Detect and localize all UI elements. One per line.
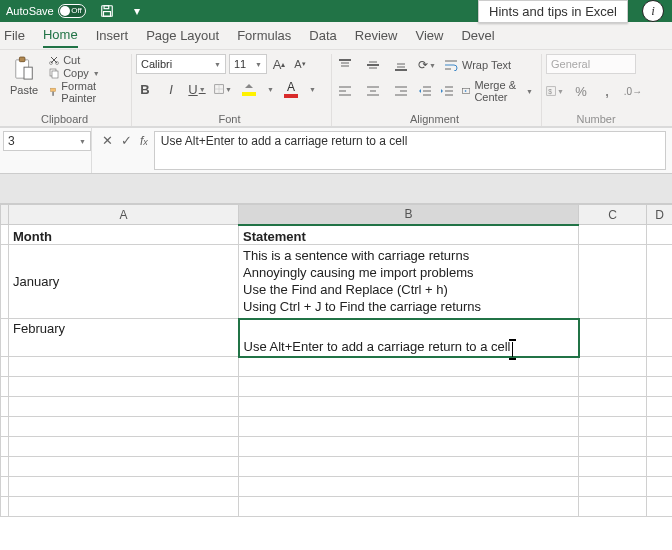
tab-formulas[interactable]: Formulas xyxy=(237,24,291,47)
cell-B3-editing[interactable]: Use Alt+Enter to add a carriage return t… xyxy=(239,319,579,357)
col-header-A[interactable]: A xyxy=(9,205,239,225)
svg-rect-5 xyxy=(24,67,32,79)
paste-button[interactable]: Paste xyxy=(6,54,42,98)
col-header-D[interactable]: D xyxy=(647,205,673,225)
autosave-toggle[interactable]: AutoSave Off xyxy=(6,4,86,18)
col-header-C[interactable]: C xyxy=(579,205,647,225)
tab-data[interactable]: Data xyxy=(309,24,336,47)
svg-rect-1 xyxy=(104,6,109,9)
group-label-alignment: Alignment xyxy=(336,111,533,126)
cell-C1[interactable] xyxy=(579,225,647,245)
name-box[interactable]: 3▼ xyxy=(3,131,91,151)
tab-file[interactable]: File xyxy=(4,24,25,47)
increase-decimal-icon[interactable]: .0→ xyxy=(624,82,642,100)
paste-label: Paste xyxy=(10,84,38,96)
number-format-combo[interactable]: General xyxy=(546,54,636,74)
svg-rect-2 xyxy=(103,12,110,17)
align-bottom-icon[interactable] xyxy=(392,56,410,74)
tab-developer[interactable]: Devel xyxy=(461,24,494,47)
tab-home[interactable]: Home xyxy=(43,23,78,48)
fill-color-button[interactable] xyxy=(240,80,258,98)
tab-view[interactable]: View xyxy=(415,24,443,47)
accounting-format-icon[interactable]: $▼ xyxy=(546,82,564,100)
cut-button[interactable]: Cut xyxy=(48,54,123,66)
select-all-corner[interactable] xyxy=(1,205,9,225)
borders-button[interactable]: ▼ xyxy=(214,80,232,98)
text-cursor-icon xyxy=(512,342,513,357)
col-header-B[interactable]: B xyxy=(239,205,579,225)
align-right-icon[interactable] xyxy=(392,82,410,100)
underline-button[interactable]: U▼ xyxy=(188,80,206,98)
percent-format-icon[interactable]: % xyxy=(572,82,590,100)
svg-text:$: $ xyxy=(548,88,552,95)
spacer xyxy=(0,174,672,204)
align-center-icon[interactable] xyxy=(364,82,382,100)
title-bar: AutoSave Off ▾ Hints and tips in Excel i xyxy=(0,0,672,22)
orientation-icon[interactable]: ⟳▼ xyxy=(418,56,436,74)
cell-B2[interactable]: This is a sentence with carriage returns… xyxy=(239,245,579,319)
italic-button[interactable]: I xyxy=(162,80,180,98)
ribbon-tabs: File Home Insert Page Layout Formulas Da… xyxy=(0,22,672,50)
formula-bar-row: 3▼ ✕ ✓ fx Use Alt+Enter to add a carriag… xyxy=(0,128,672,174)
tab-review[interactable]: Review xyxy=(355,24,398,47)
fx-icon[interactable]: fx xyxy=(140,134,148,148)
formula-cancel-icon[interactable]: ✕ xyxy=(102,133,113,148)
tab-page-layout[interactable]: Page Layout xyxy=(146,24,219,47)
cell-A3[interactable]: February xyxy=(9,319,239,357)
increase-font-icon[interactable]: A▴ xyxy=(270,55,288,73)
format-painter-button[interactable]: Format Painter xyxy=(48,80,123,104)
ribbon: Paste Cut Copy▼ Format Painter Clipboard… xyxy=(0,50,672,128)
align-middle-icon[interactable] xyxy=(364,56,382,74)
font-size-combo[interactable]: 11▼ xyxy=(229,54,267,74)
comma-format-icon[interactable]: , xyxy=(598,82,616,100)
font-color-button[interactable]: A xyxy=(282,80,300,98)
svg-rect-10 xyxy=(51,88,56,91)
formula-enter-icon[interactable]: ✓ xyxy=(121,133,132,148)
cell-A2[interactable]: January xyxy=(9,245,239,319)
merge-center-button[interactable]: Merge & Center▼ xyxy=(462,79,533,103)
group-label-clipboard: Clipboard xyxy=(6,111,123,126)
spreadsheet-grid[interactable]: A B C D Month Statement January This is … xyxy=(0,204,672,517)
qat-dropdown-icon[interactable]: ▾ xyxy=(128,2,146,20)
svg-rect-11 xyxy=(52,92,54,96)
screentip: Hints and tips in Excel xyxy=(478,0,628,23)
save-icon[interactable] xyxy=(98,2,116,20)
formula-bar[interactable]: Use Alt+Enter to add a carriage return t… xyxy=(154,131,666,170)
font-name-combo[interactable]: Calibri▼ xyxy=(136,54,226,74)
copy-button[interactable]: Copy▼ xyxy=(48,67,123,79)
autosave-label: AutoSave xyxy=(6,5,54,17)
cell-A1[interactable]: Month xyxy=(9,225,239,245)
toggle-switch[interactable]: Off xyxy=(58,4,86,18)
cell-B1[interactable]: Statement xyxy=(239,225,579,245)
increase-indent-icon[interactable] xyxy=(440,82,454,100)
tab-insert[interactable]: Insert xyxy=(96,24,129,47)
decrease-font-icon[interactable]: A▾ xyxy=(291,55,309,73)
decrease-indent-icon[interactable] xyxy=(418,82,432,100)
align-left-icon[interactable] xyxy=(336,82,354,100)
svg-rect-9 xyxy=(52,71,58,78)
wrap-text-button[interactable]: Wrap Text xyxy=(444,59,511,71)
svg-rect-4 xyxy=(19,57,25,62)
bold-button[interactable]: B xyxy=(136,80,154,98)
group-label-font: Font xyxy=(136,111,323,126)
info-icon[interactable]: i xyxy=(642,0,664,22)
align-top-icon[interactable] xyxy=(336,56,354,74)
group-label-number: Number xyxy=(546,111,646,126)
